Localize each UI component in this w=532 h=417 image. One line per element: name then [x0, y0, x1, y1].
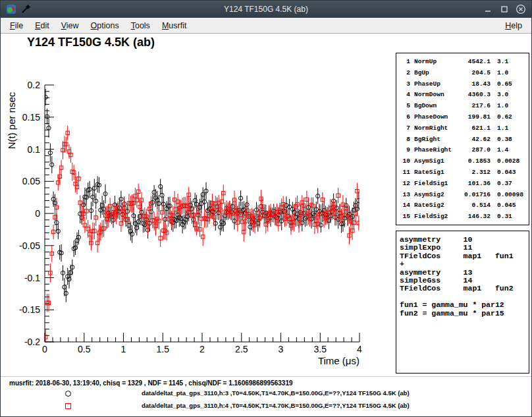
param-number: 6	[400, 112, 410, 123]
param-number: 12	[400, 179, 410, 190]
param-value: 199.81	[456, 112, 491, 123]
window-controls	[483, 4, 526, 14]
param-error: 0.38	[497, 134, 526, 146]
param-name: RateSig1	[414, 167, 456, 179]
menu-tools[interactable]: Tools	[125, 19, 156, 32]
svg-text:0.05: 0.05	[22, 176, 40, 186]
pin-icon[interactable]	[20, 4, 31, 14]
param-number: 9	[400, 145, 410, 156]
param-name: AsymSig2	[414, 190, 456, 201]
param-row: 13AsymSig20.017160.00098	[400, 190, 526, 201]
param-name: PhaseRight	[414, 145, 456, 156]
param-name: FieldSig1	[414, 179, 456, 190]
param-error: 1.1	[497, 123, 526, 134]
param-error: 1.0	[497, 101, 526, 112]
menu-options[interactable]: Options	[85, 19, 125, 32]
theory-line: TFieldCos map1 fun2	[400, 285, 529, 292]
close-button[interactable]	[516, 4, 526, 14]
param-value: 2.312	[456, 167, 491, 179]
param-name: BgRight	[414, 134, 456, 146]
theory-line: TFieldCos map1 fun1	[400, 252, 529, 260]
param-row: 8BgRight42.620.38	[400, 134, 526, 146]
param-row: 4NormDown4360.33.0	[400, 90, 526, 101]
circle-marker-icon	[65, 391, 71, 397]
param-value: 0.514	[456, 200, 491, 211]
app-icon[interactable]	[6, 4, 16, 14]
param-number: 8	[400, 134, 410, 146]
svg-text:-0.15: -0.15	[19, 304, 40, 315]
param-value: 204.5	[456, 68, 491, 79]
menu-help[interactable]: Help	[499, 19, 528, 32]
param-name: FieldSig2	[414, 211, 456, 223]
param-error: 0.62	[497, 112, 526, 123]
param-value: 0.1853	[456, 156, 491, 167]
menubar-help: Help	[499, 19, 528, 32]
theory-line: simplExpo 11	[400, 244, 529, 252]
param-name: RateSig2	[414, 200, 456, 211]
app-window: Y124 TF150G 4.5K (ab) FileEditViewOption…	[0, 0, 532, 417]
x-axis-title: Time (μs)	[318, 355, 359, 366]
param-value: 621.1	[456, 123, 491, 134]
svg-text:2.5: 2.5	[235, 344, 248, 354]
param-error: 0.045	[497, 200, 526, 211]
theory-line: +	[400, 260, 529, 268]
svg-text:-0.2: -0.2	[24, 337, 40, 347]
param-error: 1.0	[497, 68, 526, 79]
param-value: 101.36	[456, 179, 491, 190]
param-error: 0.00098	[497, 190, 526, 201]
param-number: 13	[400, 190, 410, 201]
param-value: 4360.3	[456, 90, 491, 101]
param-name: NormRight	[414, 123, 456, 134]
window-title: Y124 TF150G 4.5K (ab)	[1, 5, 531, 14]
status-separator	[1, 376, 531, 377]
legend-label: data/deltat_pta_gps_3110,h:3 ,T0=4.50K,T…	[142, 389, 410, 397]
menu-view[interactable]: View	[55, 19, 85, 32]
param-error: 0.65	[497, 79, 526, 90]
param-row: 9PhaseRight287.01.4	[400, 145, 526, 156]
series-h3	[43, 89, 361, 302]
param-name: PhaseDown	[414, 112, 456, 123]
param-number: 15	[400, 211, 410, 223]
param-error: 0.37	[497, 179, 526, 190]
menubar: FileEditViewOptionsToolsMusrfit Help	[1, 18, 531, 34]
param-number: 10	[400, 156, 410, 167]
menu-edit[interactable]: Edit	[29, 19, 55, 32]
param-row: 10AsymSig10.18530.0028	[400, 156, 526, 167]
param-error: 3.0	[497, 90, 526, 101]
param-number: 14	[400, 200, 410, 211]
param-row: 2BgUp204.51.0	[400, 68, 526, 79]
menubar-items: FileEditViewOptionsToolsMusrfit	[4, 19, 192, 32]
theory-line: fun2 = gamma_mu * par15	[400, 310, 529, 318]
menu-musrfit[interactable]: Musrfit	[156, 19, 193, 32]
param-row: 1NormUp4542.13.1	[400, 57, 526, 68]
chart-canvas[interactable]: 00.511.522.533.54-0.2-0.15-0.1-0.0500.05…	[1, 47, 394, 379]
param-number: 5	[400, 101, 410, 112]
svg-text:2: 2	[200, 344, 205, 354]
param-number: 11	[400, 167, 410, 179]
parameter-box: 1NormUp4542.13.12BgUp204.51.03PhaseUp18.…	[396, 53, 529, 225]
svg-text:0.5: 0.5	[78, 344, 91, 354]
theory-line: fun1 = gamma_mu * par12	[400, 301, 529, 309]
theory-box: asymmetry 10simplExpo 11TFieldCos map1 f…	[396, 231, 529, 374]
svg-text:-0.05: -0.05	[19, 240, 40, 251]
minimize-button[interactable]	[483, 4, 493, 14]
param-number: 4	[400, 90, 410, 101]
param-error: 3.1	[497, 57, 526, 68]
param-row: 12FieldSig1101.360.37	[400, 179, 526, 190]
param-row: 6PhaseDown199.810.62	[400, 112, 526, 123]
svg-text:1: 1	[121, 344, 126, 354]
param-error: 1.4	[497, 145, 526, 156]
svg-text:4: 4	[357, 344, 362, 354]
param-row: 3PhaseUp18.430.65	[400, 79, 526, 90]
maximize-button[interactable]	[499, 4, 510, 14]
param-number: 7	[400, 123, 410, 134]
param-value: 4542.1	[456, 57, 491, 68]
svg-text:0.15: 0.15	[22, 112, 40, 123]
titlebar: Y124 TF150G 4.5K (ab)	[1, 1, 531, 18]
param-name: PhaseUp	[414, 79, 456, 90]
svg-text:0.1: 0.1	[28, 144, 41, 155]
menu-file[interactable]: File	[4, 19, 29, 32]
svg-text:0: 0	[42, 344, 47, 354]
svg-text:0: 0	[35, 208, 40, 219]
param-error: 0.0028	[497, 156, 526, 167]
